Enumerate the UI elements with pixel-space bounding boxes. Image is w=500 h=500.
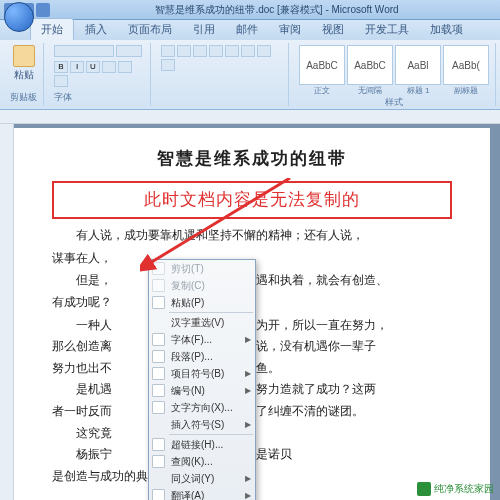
menu-item-icon bbox=[152, 262, 165, 275]
menu-item-icon bbox=[152, 333, 165, 346]
font-family-selector[interactable] bbox=[54, 45, 114, 57]
ruler-vertical[interactable] bbox=[0, 124, 14, 500]
paste-button[interactable]: 粘贴 bbox=[10, 45, 37, 82]
menu-item: 复制(C) bbox=[149, 277, 255, 294]
para: 有人说，成功要靠机遇和坚持不懈的精神；还有人说， bbox=[52, 225, 452, 247]
ribbon-tabs: 开始插入页面布局引用邮件审阅视图开发工具加载项 bbox=[0, 20, 500, 40]
chevron-right-icon: ▶ bbox=[245, 386, 251, 395]
menu-item[interactable]: 查阅(K)... bbox=[149, 453, 255, 470]
menu-item-icon bbox=[152, 401, 165, 414]
bold-button[interactable]: B bbox=[54, 61, 68, 73]
menu-item[interactable]: 项目符号(B)▶ bbox=[149, 365, 255, 382]
doc-title: 智慧是维系成功的纽带 bbox=[52, 144, 452, 175]
list-bullet-button[interactable] bbox=[161, 45, 175, 57]
tab-开发工具[interactable]: 开发工具 bbox=[355, 19, 419, 40]
list-number-button[interactable] bbox=[177, 45, 191, 57]
menu-item-icon bbox=[152, 296, 165, 309]
tab-引用[interactable]: 引用 bbox=[183, 19, 225, 40]
align-justify-button[interactable] bbox=[161, 59, 175, 71]
menu-item[interactable]: 翻译(A)▶ bbox=[149, 487, 255, 500]
menu-item: 剪切(T) bbox=[149, 260, 255, 277]
office-button[interactable] bbox=[4, 2, 34, 32]
context-menu: 剪切(T)复制(C)粘贴(P)汉字重选(V)字体(F)...▶段落(P)...项… bbox=[148, 259, 256, 500]
watermark-icon bbox=[417, 482, 431, 496]
align-center-button[interactable] bbox=[241, 45, 255, 57]
style-preview[interactable]: AaBb( bbox=[443, 45, 489, 85]
group-paragraph bbox=[155, 43, 289, 106]
menu-item-icon bbox=[152, 438, 165, 451]
chevron-right-icon: ▶ bbox=[245, 420, 251, 429]
menu-item-icon bbox=[152, 350, 165, 363]
chevron-right-icon: ▶ bbox=[245, 369, 251, 378]
italic-button[interactable]: I bbox=[70, 61, 84, 73]
tab-页面布局[interactable]: 页面布局 bbox=[118, 19, 182, 40]
align-right-button[interactable] bbox=[257, 45, 271, 57]
indent-inc-button[interactable] bbox=[209, 45, 223, 57]
tab-插入[interactable]: 插入 bbox=[75, 19, 117, 40]
menu-item-icon bbox=[152, 279, 165, 292]
tab-开始[interactable]: 开始 bbox=[30, 18, 74, 40]
tab-审阅[interactable]: 审阅 bbox=[269, 19, 311, 40]
menu-item[interactable]: 插入符号(S)▶ bbox=[149, 416, 255, 433]
indent-dec-button[interactable] bbox=[193, 45, 207, 57]
strike-button[interactable] bbox=[102, 61, 116, 73]
window-title: 智慧是维系成功的纽带.doc [兼容模式] - Microsoft Word bbox=[54, 3, 500, 17]
style-preview[interactable]: AaBbC bbox=[347, 45, 393, 85]
group-font: B I U 字体 bbox=[48, 43, 151, 106]
ruler-horizontal[interactable] bbox=[0, 110, 500, 124]
underline-button[interactable]: U bbox=[86, 61, 100, 73]
paste-icon bbox=[13, 45, 35, 67]
menu-item[interactable]: 字体(F)...▶ bbox=[149, 331, 255, 348]
annotation-callout: 此时文档内容是无法复制的 bbox=[52, 181, 452, 220]
qat-redo-icon[interactable] bbox=[36, 3, 50, 17]
menu-item[interactable]: 同义词(Y)▶ bbox=[149, 470, 255, 487]
menu-item-icon bbox=[152, 489, 165, 500]
chevron-right-icon: ▶ bbox=[245, 474, 251, 483]
chevron-right-icon: ▶ bbox=[245, 335, 251, 344]
menu-item[interactable]: 段落(P)... bbox=[149, 348, 255, 365]
menu-item-icon bbox=[152, 384, 165, 397]
group-clipboard: 粘贴 剪贴板 bbox=[4, 43, 44, 106]
align-left-button[interactable] bbox=[225, 45, 239, 57]
group-styles: AaBbC正文AaBbC无间隔AaBl标题 1AaBb(副标题 样式 bbox=[293, 43, 496, 106]
chevron-right-icon: ▶ bbox=[245, 491, 251, 500]
tab-邮件[interactable]: 邮件 bbox=[226, 19, 268, 40]
tab-视图[interactable]: 视图 bbox=[312, 19, 354, 40]
font-size-selector[interactable] bbox=[116, 45, 142, 57]
ribbon: 粘贴 剪贴板 B I U 字体 bbox=[0, 40, 500, 110]
sub-button[interactable] bbox=[118, 61, 132, 73]
menu-item[interactable]: 超链接(H)... bbox=[149, 436, 255, 453]
watermark: 纯净系统家园 bbox=[417, 482, 494, 496]
menu-item[interactable]: 文字方向(X)... bbox=[149, 399, 255, 416]
menu-item-icon bbox=[152, 367, 165, 380]
sup-button[interactable] bbox=[54, 75, 68, 87]
menu-item[interactable]: 粘贴(P) bbox=[149, 294, 255, 311]
style-preview[interactable]: AaBbC bbox=[299, 45, 345, 85]
style-preview[interactable]: AaBl bbox=[395, 45, 441, 85]
menu-item[interactable]: 汉字重选(V) bbox=[149, 314, 255, 331]
menu-item[interactable]: 编号(N)▶ bbox=[149, 382, 255, 399]
menu-item-icon bbox=[152, 455, 165, 468]
tab-加载项[interactable]: 加载项 bbox=[420, 19, 473, 40]
title-bar: 智慧是维系成功的纽带.doc [兼容模式] - Microsoft Word bbox=[0, 0, 500, 20]
